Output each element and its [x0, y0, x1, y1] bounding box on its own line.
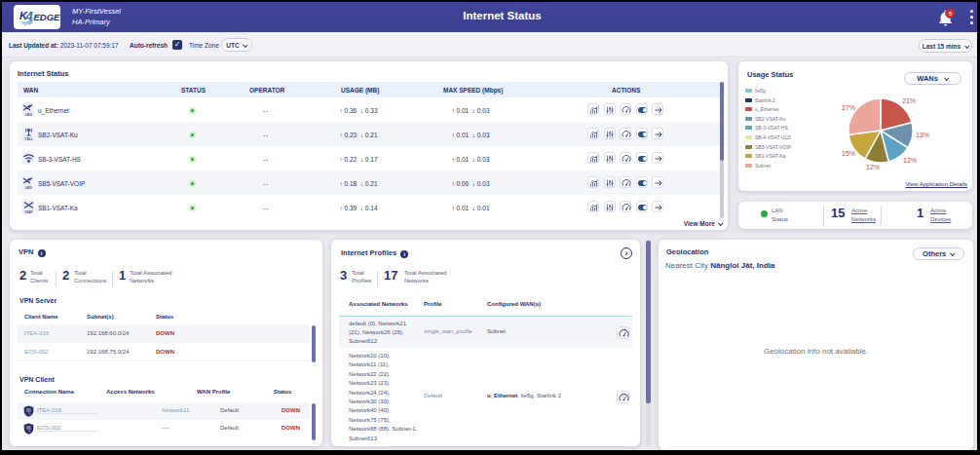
svg-text:LEO: LEO [25, 113, 32, 117]
svg-text:VSAT: VSAT [24, 210, 32, 214]
svg-text:LEO: LEO [25, 186, 32, 190]
svg-text:CELL: CELL [24, 137, 32, 141]
